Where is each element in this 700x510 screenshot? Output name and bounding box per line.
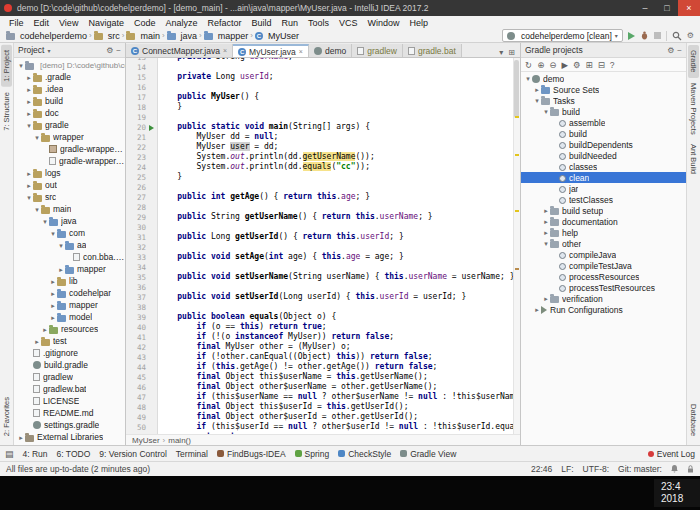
tree-row-mapper[interactable]: ▸mapper [14,299,125,311]
hide-panel-icon[interactable]: − [677,46,682,55]
tool-window-button-terminal[interactable]: Terminal [176,449,208,459]
code-line[interactable]: MyUser dd = null; [158,132,513,142]
menu-help[interactable]: Help [405,18,434,28]
tree-row-aa[interactable]: ▾aa [14,239,125,251]
line-number[interactable]: 30 [137,223,148,232]
tool-window-button-6-todo[interactable]: 6: TODO [57,449,91,459]
tab-close-icon[interactable]: × [299,48,303,55]
run-configuration-select[interactable]: codehelperdemo [clean] ▾ [502,29,623,42]
tool-stripe-button-1-project[interactable]: 1: Project [1,45,12,87]
line-number[interactable]: 49 [137,413,148,422]
breadcrumb-item-src[interactable]: src [94,31,120,41]
tree-row-con-bba-codehelper[interactable]: con.bba.codehelper [14,251,125,263]
line-number[interactable]: 16 [137,83,148,92]
code-line[interactable]: public int getAge() { return this.age; } [158,192,513,202]
tree-row-demo[interactable]: ▾demo [521,73,686,84]
code-line[interactable]: } [158,102,513,112]
line-number[interactable]: 19 [137,113,148,122]
tree-row-out[interactable]: ▸out [14,179,125,191]
tree-row-testclasses[interactable]: testClasses [521,194,686,205]
tree-toggle-icon[interactable]: ▾ [57,240,65,251]
tree-toggle-icon[interactable]: ▸ [33,336,41,347]
line-separator[interactable]: LF: [561,464,573,474]
menu-file[interactable]: File [4,18,29,28]
breadcrumb-item-mapper[interactable]: mapper [204,31,249,41]
line-number[interactable]: 42 [137,343,148,352]
line-number[interactable]: 41 [137,333,148,342]
tree-toggle-icon[interactable]: ▸ [542,216,550,227]
tree-toggle-icon[interactable]: ▾ [542,106,550,117]
split-editor-icon[interactable]: ⊞ [508,48,515,57]
tool-stripe-button-2-favorites[interactable]: 2: Favorites [1,392,12,441]
scrollbar-thumb[interactable] [514,60,519,118]
tree-row-gradle-wrapper-prop[interactable]: gradle-wrapper.prop [14,155,125,167]
tree-row-verification[interactable]: ▸verification [521,293,686,304]
code-line[interactable]: if (o == this) return true; [158,322,513,332]
menu-edit[interactable]: Edit [29,18,55,28]
tree-row-builddependents[interactable]: buildDependents [521,139,686,150]
line-number[interactable]: 29 [137,213,148,222]
editor-scrollbar[interactable] [513,58,520,434]
menu-build[interactable]: Build [246,18,276,28]
tree-row-model[interactable]: ▸model [14,311,125,323]
code-line[interactable]: MyUser user = dd; [158,142,513,152]
tree-row-jar[interactable]: jar [521,183,686,194]
code-line[interactable]: public boolean equals(Object o) { [158,312,513,322]
line-number[interactable]: 39 [137,313,148,322]
settings-icon[interactable]: ⚙ [687,31,694,40]
code-line[interactable]: return true; [158,432,513,434]
tool-stripe-button-7-structure[interactable]: 7: Structure [1,87,12,136]
tree-row-resources[interactable]: ▸resources [14,323,125,335]
tool-window-button-checkstyle[interactable]: CheckStyle [338,449,391,459]
tree-toggle-icon[interactable]: ▾ [533,95,541,106]
line-number[interactable]: 37 [137,293,148,302]
tree-row-src[interactable]: ▾src [14,191,125,203]
close-button[interactable]: × [678,0,700,16]
code-line[interactable]: final Object this$userName = this.getUse… [158,372,513,382]
tree-toggle-icon[interactable]: ▸ [49,312,57,323]
code-line[interactable]: public static void main(String[] args) { [158,122,513,132]
menu-window[interactable]: Window [363,18,405,28]
code-line[interactable] [158,242,513,252]
tree-toggle-icon[interactable]: ▸ [542,293,550,304]
line-number[interactable]: 50 [137,423,148,432]
editor-tab-myuser-java[interactable]: MyUser.java× [233,44,309,57]
tool-window-button-findbugs-idea[interactable]: FindBugs-IDEA [217,449,286,459]
menu-run[interactable]: Run [277,18,304,28]
tree-row-clean[interactable]: clean [521,172,686,183]
tool-window-button-event-log[interactable]: Event Log [648,449,695,459]
hide-panel-icon[interactable]: − [116,46,121,55]
line-number[interactable]: 23 [137,153,148,162]
line-number[interactable]: 15 [137,73,148,82]
tab-close-icon[interactable]: × [223,47,227,54]
minimize-button[interactable]: – [634,0,656,16]
vcs-branch[interactable]: Git: master: [618,464,662,474]
code-line[interactable]: public MyUser() { [158,92,513,102]
code-line[interactable]: private Long userId; [158,72,513,82]
tree-row-documentation[interactable]: ▸documentation [521,216,686,227]
breadcrumb-item-myuser[interactable]: MyUser [255,31,299,41]
tree-toggle-icon[interactable]: ▸ [533,84,541,95]
attach-project-icon[interactable]: ⊕ [537,60,544,70]
tree-toggle-icon[interactable]: ▾ [41,216,49,227]
menu-navigate[interactable]: Navigate [83,18,129,28]
line-number[interactable]: 31 [137,233,148,242]
code-line[interactable]: if (!(o instanceof MyUser)) return false… [158,332,513,342]
line-number[interactable]: 25 [137,173,148,182]
menu-view[interactable]: View [54,18,83,28]
tree-row-license[interactable]: LICENSE [14,395,125,407]
line-number[interactable]: 43 [137,353,148,362]
tree-row-tasks[interactable]: ▾Tasks [521,95,686,106]
breadcrumb-item-java[interactable]: java [167,31,198,41]
tree-row-other[interactable]: ▾other [521,238,686,249]
tree-row-main[interactable]: ▾main [14,203,125,215]
line-number[interactable]: 13 [137,58,148,62]
line-number[interactable]: 45 [137,373,148,382]
tree-row-codehelperdemo[interactable]: ▾codehelperdemo [demo] D:\code\github\co… [14,59,125,71]
menu-analyze[interactable]: Analyze [160,18,202,28]
tree-toggle-icon[interactable]: ▸ [49,300,57,311]
maximize-button[interactable]: □ [656,0,678,16]
tree-toggle-icon[interactable]: ▸ [25,180,33,191]
code-line[interactable]: final Object other$userId = other.getUse… [158,412,513,422]
expand-all-icon[interactable]: ⊞ [586,60,593,70]
